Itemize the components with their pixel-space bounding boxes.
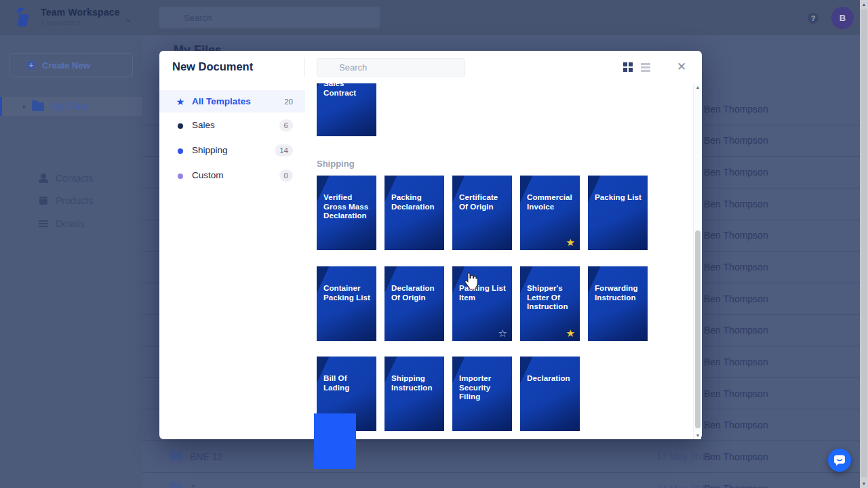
category-count: 20 [284,98,293,106]
sidebar-item-label: My Files [51,101,88,112]
template-card[interactable]: Verified Gross Mass Declaration [317,176,376,250]
scroll-up-icon[interactable]: ▲ [860,2,868,7]
topbar: Team Workspace 3 MEMBERS ⌄ ? B [0,0,868,35]
chat-icon [833,454,846,466]
list-view-icon[interactable] [641,63,650,65]
sidebar: + Create New ▸ My Files Contacts Product… [0,35,142,488]
sidebar-item-label: Products [56,195,93,206]
scroll-up-icon[interactable]: ▲ [694,85,702,89]
scroll-down-icon[interactable]: ▼ [694,433,702,438]
sidebar-item-label: Details [56,218,85,229]
template-categories: ★ All Templates 20 Sales 6 Shipping 14 C… [159,90,305,188]
workspace-switcher[interactable]: Team Workspace 3 MEMBERS [41,7,120,26]
favorite-star-icon[interactable]: ★ [566,328,575,338]
template-card[interactable]: Forwarding Instruction [588,266,648,341]
box-icon [38,195,49,206]
plus-icon: + [26,60,36,70]
category-count: 0 [279,169,293,182]
global-search-input[interactable] [159,7,380,28]
create-new-label: Create New [42,60,90,70]
sidebar-item-products[interactable]: Products [0,191,142,209]
category-custom[interactable]: Custom 0 [159,163,305,188]
scrollbar-thumb[interactable] [695,230,701,428]
category-sales[interactable]: Sales 6 [159,113,305,138]
table-row-folder[interactable]: J 24 May 2019 Ben Thompson [142,473,860,488]
close-icon[interactable]: ✕ [674,60,689,74]
workspace-members: 3 MEMBERS [41,20,120,26]
template-card[interactable]: Declaration Of Origin [384,266,444,341]
table-row-folder[interactable]: BNE 12 17 May 2019 Ben Thompson [142,441,860,473]
shipping-dot-icon [178,148,183,154]
custom-dot-icon [178,174,183,179]
category-count: 6 [279,119,293,131]
modal-scrollbar[interactable]: ▲ ▼ [693,83,701,439]
category-shipping[interactable]: Shipping 14 [159,138,305,163]
template-grid: Sales Contract Shipping Verified Gross M… [305,83,693,439]
workspace-name: Team Workspace [41,7,120,18]
template-card[interactable]: Packing List [588,176,648,250]
category-all-templates[interactable]: ★ All Templates 20 [159,90,305,113]
category-count: 14 [275,144,293,157]
folder-icon [170,451,182,461]
caret-right-icon[interactable]: ▸ [23,103,26,110]
page-scrollbar[interactable]: ▲ ▼ [860,0,868,488]
template-card[interactable]: Importer Security Filing [452,357,512,431]
template-card-sales-contract[interactable]: Sales Contract [317,83,376,136]
template-card[interactable]: Commercial Invoice ★ [520,176,580,250]
modal-title: New Document [172,60,253,73]
sidebar-item-label: Contacts [56,173,93,184]
sidebar-item-my-files[interactable]: ▸ My Files [0,97,142,116]
chat-bubble-button[interactable] [828,449,851,472]
template-search-input[interactable] [317,58,465,77]
grid-view-icon[interactable] [623,62,627,66]
section-header: Shipping [317,159,355,169]
create-new-button[interactable]: + Create New [9,53,133,77]
folder-icon [32,102,44,111]
app-logo-icon [16,8,34,27]
divider [304,58,305,77]
template-card[interactable]: Packing Declaration [384,176,444,250]
template-card[interactable]: Container Packing List [317,266,376,341]
active-indicator [0,97,2,116]
help-icon[interactable]: ? [808,13,818,24]
drag-highlight-rect [314,413,356,469]
favorite-star-outline-icon[interactable]: ☆ [498,328,507,338]
favorite-star-icon[interactable]: ★ [566,237,575,247]
star-icon: ★ [176,96,185,107]
sidebar-item-details[interactable]: Details [0,214,142,232]
chevron-down-icon[interactable]: ⌄ [124,12,133,24]
folder-icon [170,483,182,488]
avatar[interactable]: B [831,7,854,29]
template-card[interactable]: Shipping Instruction [384,357,444,431]
new-document-modal: New Document ✕ ★ All Templates 20 Sales … [159,51,702,439]
sales-dot-icon [178,123,183,129]
scrollbar-thumb[interactable] [861,9,867,477]
template-card[interactable]: Shipper's Letter Of Instruction ★ [520,266,580,341]
template-card[interactable]: Packing List Item ☆ [452,266,512,341]
template-card[interactable]: Certificate Of Origin [452,176,512,250]
person-icon [38,173,49,184]
list-lines-icon [38,218,49,229]
app-screen: Team Workspace 3 MEMBERS ⌄ ? B + Create … [0,0,868,488]
sidebar-item-contacts[interactable]: Contacts [0,169,142,187]
template-card[interactable]: Declaration [520,357,580,431]
scroll-down-icon[interactable]: ▼ [860,481,868,486]
